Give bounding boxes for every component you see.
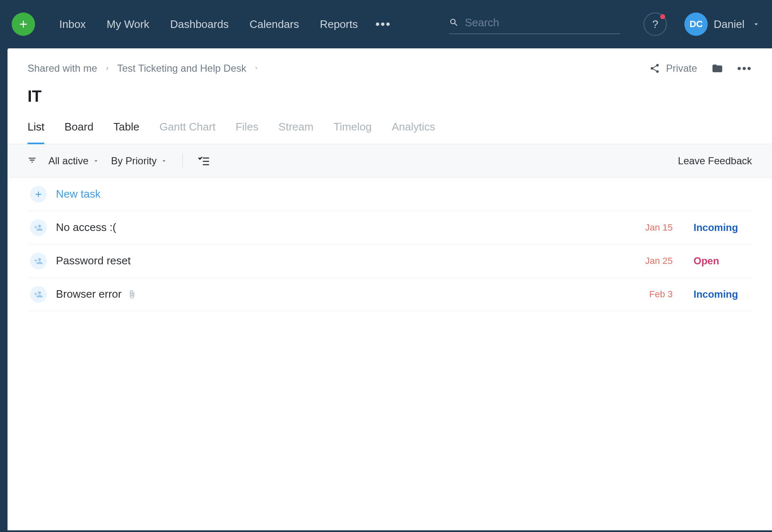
top-nav-more-button[interactable]: ••• [375,17,391,31]
task-status[interactable]: Incoming [694,222,752,233]
plus-icon [18,18,29,30]
caret-down-icon [161,158,167,164]
tab-analytics[interactable]: Analytics [392,120,435,144]
page-title: IT [8,75,772,105]
global-add-button[interactable] [12,13,35,36]
expand-subtasks-button[interactable] [198,156,209,166]
breadcrumb: Shared with me Test Ticketing and Help D… [28,63,260,74]
sort-dropdown[interactable]: By Priority [111,155,167,167]
view-tabs: ListBoardTableGantt ChartFilesStreamTime… [8,105,772,144]
task-date: Feb 3 [627,289,673,300]
sub-header-actions: Private ••• [649,62,752,75]
tab-files[interactable]: Files [235,120,258,144]
task-status[interactable]: Open [694,255,752,267]
tab-board[interactable]: Board [64,120,93,144]
task-title[interactable]: No access :( [56,221,618,234]
task-row[interactable]: No access :(Jan 15Incoming [28,211,752,244]
search-bar[interactable] [449,14,620,34]
task-title[interactable]: Password reset [56,254,618,267]
plus-circle-icon [30,186,47,203]
breadcrumb-item-help-desk[interactable]: Test Ticketing and Help Desk [117,63,246,74]
new-task-button[interactable]: New task [28,178,752,211]
new-task-label: New task [56,188,101,201]
list-toolbar: All active By Priority Leave Feedback [8,144,772,178]
task-title[interactable]: Browser error [56,288,618,301]
search-input[interactable] [465,16,620,29]
leave-feedback-link[interactable]: Leave Feedback [678,155,752,167]
search-icon [449,17,459,28]
nav-my-work[interactable]: My Work [107,18,149,31]
filter-icon[interactable] [28,156,37,166]
divider [182,153,183,168]
user-name-label: Daniel [714,18,744,31]
nav-calendars[interactable]: Calendars [250,18,299,31]
chevron-down-icon [752,20,760,28]
tab-table[interactable]: Table [114,120,139,144]
filter-dropdown[interactable]: All active [48,155,99,167]
assignee-placeholder-icon[interactable] [30,253,47,269]
share-icon [649,63,660,74]
nav-inbox[interactable]: Inbox [59,18,86,31]
task-date: Jan 15 [627,222,673,233]
help-button[interactable]: ? [643,13,667,36]
tab-timelog[interactable]: Timelog [333,120,372,144]
sub-header: Shared with me Test Ticketing and Help D… [8,48,772,75]
more-actions-button[interactable]: ••• [737,62,752,75]
folder-button[interactable] [711,63,723,74]
nav-dashboards[interactable]: Dashboards [170,18,229,31]
tab-list[interactable]: List [28,120,44,144]
question-mark-icon: ? [652,18,658,31]
chevron-right-icon [104,63,111,74]
nav-reports[interactable]: Reports [320,18,358,31]
assignee-placeholder-icon[interactable] [30,219,47,236]
task-date: Jan 25 [627,256,673,266]
avatar: DC [684,13,708,36]
caret-down-icon [93,158,99,164]
breadcrumb-item-shared[interactable]: Shared with me [28,63,97,74]
toolbar-left: All active By Priority [28,153,209,168]
main-panel: Shared with me Test Ticketing and Help D… [8,48,772,530]
share-button[interactable]: Private [649,63,697,74]
filter-label: All active [48,155,88,167]
task-status[interactable]: Incoming [694,289,752,300]
attachment-icon [127,290,136,299]
sort-label: By Priority [111,155,156,167]
assignee-placeholder-icon[interactable] [30,286,47,303]
task-row[interactable]: Browser errorFeb 3Incoming [28,278,752,311]
folder-icon [711,63,723,74]
user-menu[interactable]: DC Daniel [684,13,760,36]
tab-gantt-chart[interactable]: Gantt Chart [159,120,215,144]
share-label: Private [666,63,697,74]
tab-stream[interactable]: Stream [278,120,313,144]
subtasks-icon [198,156,209,166]
topbar: Inbox My Work Dashboards Calendars Repor… [0,0,772,48]
chevron-right-icon [253,63,260,74]
task-row[interactable]: Password resetJan 25Open [28,244,752,278]
notification-dot-icon [660,14,665,19]
top-nav: Inbox My Work Dashboards Calendars Repor… [59,18,358,31]
task-list: New task No access :(Jan 15IncomingPassw… [8,178,772,311]
